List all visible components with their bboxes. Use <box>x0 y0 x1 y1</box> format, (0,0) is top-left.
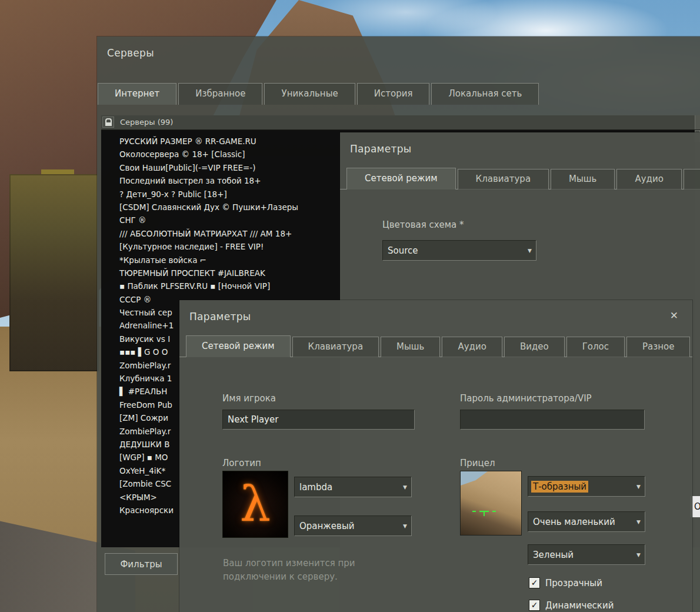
options-back-tab[interactable]: Мышь <box>551 169 615 189</box>
crosshair-type-dropdown[interactable]: Т-образный ▼ <box>528 476 645 497</box>
servers-tab[interactable]: История <box>357 83 430 105</box>
options-front-tab[interactable]: Сетевой режим <box>186 335 291 357</box>
options-back-title: Параметры <box>350 143 412 155</box>
dropdown-list-fragment-text: О <box>694 501 700 512</box>
servers-column-header[interactable]: Серверы (99) <box>120 118 173 127</box>
crosshair-mark <box>472 511 476 512</box>
background-industrial-tower <box>9 174 99 371</box>
chevron-down-icon[interactable]: ▼ <box>636 484 641 490</box>
color-scheme-label: Цветовая схема * <box>382 219 464 230</box>
logo-label: Логотип <box>222 458 261 468</box>
player-name-input[interactable] <box>222 410 415 430</box>
logo-color-dropdown[interactable]: Оранжевый ▼ <box>294 515 412 536</box>
options-front-tabstrip: Сетевой режимКлавиатураМышьАудиоВидеоГол… <box>186 335 692 357</box>
admin-password-input[interactable] <box>460 410 645 430</box>
logo-type-value: lambda <box>299 482 332 493</box>
options-front-tab[interactable]: Аудио <box>442 337 502 357</box>
chevron-down-icon[interactable]: ▼ <box>528 248 532 254</box>
lock-body <box>105 122 112 126</box>
dynamic-checkbox[interactable]: ✓ <box>529 600 540 611</box>
translucent-label: Прозрачный <box>545 578 602 588</box>
options-front-title: Параметры <box>189 311 251 322</box>
servers-tab[interactable]: Избранное <box>178 83 262 105</box>
dynamic-checkbox-row: ✓ Динамический <box>529 600 614 611</box>
options-front-tab[interactable]: Клавиатура <box>292 337 379 357</box>
screen: Серверы ИнтернетИзбранноеУникальныеИстор… <box>0 0 700 612</box>
column-header-fragment <box>695 115 700 129</box>
servers-tab[interactable]: Интернет <box>98 83 176 105</box>
servers-tab[interactable]: Уникальные <box>264 83 355 105</box>
color-scheme-dropdown[interactable]: Source ▼ <box>382 240 536 261</box>
crosshair-preview-sky <box>461 471 488 490</box>
servers-tab[interactable]: Локальная сеть <box>431 83 539 105</box>
crosshair-type-value: Т-образный <box>531 481 588 493</box>
dynamic-label: Динамический <box>545 600 614 611</box>
servers-tabstrip: ИнтернетИзбранноеУникальныеИсторияЛокаль… <box>98 83 541 105</box>
chevron-down-icon[interactable]: ▼ <box>636 519 641 525</box>
player-name-label: Имя игрока <box>222 393 276 404</box>
crosshair-label: Прицел <box>460 458 495 468</box>
crosshair-color-value: Зеленый <box>533 550 574 560</box>
options-back-tab[interactable]: Клавиатура <box>458 169 549 189</box>
color-scheme-value: Source <box>388 245 418 256</box>
close-icon[interactable]: ✕ <box>670 310 678 321</box>
crosshair-mark <box>492 511 496 512</box>
translucent-checkbox[interactable]: ✓ <box>529 577 540 588</box>
options-back-tab[interactable]: Сетевой режим <box>346 168 456 189</box>
chevron-down-icon[interactable]: ▼ <box>403 484 407 490</box>
lambda-icon: λ <box>240 480 271 528</box>
crosshair-mark <box>484 512 485 516</box>
lock-shackle <box>105 118 112 122</box>
options-back-tab[interactable]: Видео <box>684 169 700 189</box>
crosshair-color-dropdown[interactable]: Зеленый ▼ <box>528 544 645 565</box>
admin-password-label: Пароль администратора/VIP <box>460 393 592 404</box>
options-front-tab[interactable]: Видео <box>504 337 565 357</box>
crosshair-preview <box>460 471 522 536</box>
options-front-tab[interactable]: Мышь <box>381 337 440 357</box>
translucent-checkbox-row: ✓ Прозрачный <box>529 577 602 588</box>
logo-type-dropdown[interactable]: lambda ▼ <box>294 477 412 497</box>
options-front-tab[interactable]: Голос <box>566 337 625 357</box>
filters-button[interactable]: Фильтры <box>105 553 178 575</box>
crosshair-size-dropdown[interactable]: Очень маленький ▼ <box>528 511 645 532</box>
servers-window-title: Серверы <box>107 47 154 59</box>
options-dialog-front: Параметры ✕ Сетевой режимКлавиатураМышьА… <box>179 300 692 612</box>
lock-icon[interactable] <box>102 117 114 128</box>
logo-note: Ваш логотип изменится при подключении к … <box>223 557 364 584</box>
chevron-down-icon[interactable]: ▼ <box>636 552 641 558</box>
server-list-header: Серверы (99) <box>101 115 700 130</box>
chevron-down-icon[interactable]: ▼ <box>403 523 407 529</box>
options-back-tabstrip: Сетевой режимКлавиатураМышьАудиоВидео <box>346 168 700 189</box>
logo-color-value: Оранжевый <box>299 521 355 531</box>
options-front-tab[interactable]: Разное <box>626 337 690 357</box>
lambda-logo-preview: λ <box>222 471 288 538</box>
options-back-tab[interactable]: Аудио <box>616 169 681 189</box>
crosshair-size-value: Очень маленький <box>533 517 615 527</box>
